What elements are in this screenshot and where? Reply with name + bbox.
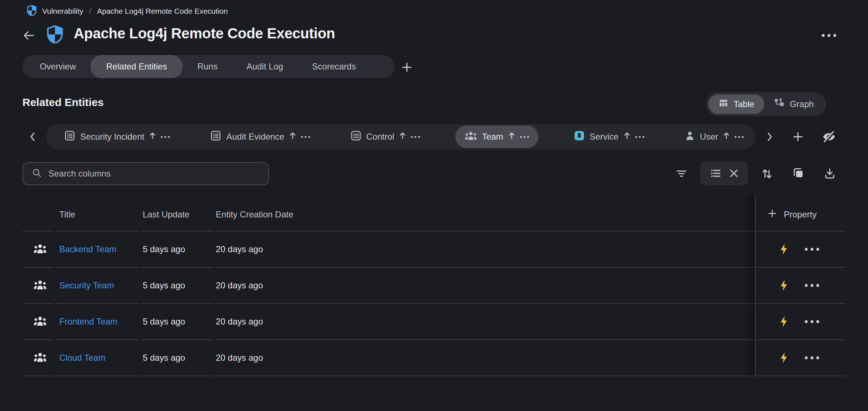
header-last-update[interactable]: Last Update — [141, 198, 214, 232]
creation-date-value: 20 days ago — [216, 304, 754, 340]
clear-group-x-icon[interactable] — [729, 169, 739, 178]
entity-tab-label: Security Incident — [80, 132, 144, 142]
header-title[interactable]: Title — [56, 198, 139, 232]
shield-icon — [47, 25, 63, 45]
breadcrumb-section[interactable]: Vulnerability — [42, 7, 83, 16]
up-arrow-icon[interactable] — [508, 132, 515, 142]
plus-icon — [767, 208, 777, 221]
entity-link[interactable]: Cloud Team — [59, 353, 106, 363]
run-action-lightning-icon[interactable] — [779, 352, 788, 364]
blueprint-icon — [351, 130, 361, 143]
row-icon-cell — [22, 304, 53, 340]
table-header-row: Title Last Update Entity Creation Date P… — [22, 198, 848, 232]
group-by-list-icon[interactable] — [710, 168, 721, 179]
entity-tab-user[interactable]: User — [680, 126, 749, 148]
row-kebab-icon[interactable] — [805, 284, 819, 287]
entity-tab-label: Control — [366, 132, 394, 142]
entity-tab-team[interactable]: Team — [455, 126, 538, 148]
service-icon — [574, 130, 585, 143]
breadcrumb: Vulnerability / Apache Log4j Remote Code… — [27, 5, 228, 17]
team-icon — [33, 280, 47, 291]
add-entity-tab-button[interactable] — [790, 129, 806, 145]
entity-tab-kebab-icon[interactable] — [635, 136, 644, 138]
hide-eye-off-icon[interactable] — [820, 128, 838, 145]
tab-audit-log[interactable]: Audit Log — [232, 55, 297, 78]
shield-icon — [27, 5, 36, 17]
add-tab-button[interactable] — [399, 59, 415, 75]
download-icon[interactable] — [821, 165, 838, 182]
search-columns-box — [22, 162, 269, 185]
table-row[interactable]: Cloud Team 5 days ago 20 days ago — [22, 340, 848, 376]
related-entities-table: Title Last Update Entity Creation Date P… — [22, 198, 848, 376]
team-icon — [33, 352, 47, 364]
search-input[interactable] — [48, 169, 251, 179]
entity-tab-label: Service — [590, 132, 619, 142]
up-arrow-icon[interactable] — [289, 132, 296, 142]
table-row[interactable]: Backend Team 5 days ago 20 days ago — [22, 232, 848, 268]
entity-tab-kebab-icon[interactable] — [161, 136, 170, 138]
entity-link[interactable]: Security Team — [59, 280, 114, 291]
run-action-lightning-icon[interactable] — [779, 280, 788, 291]
table-row[interactable]: Security Team 5 days ago 20 days ago — [22, 268, 848, 304]
header-icon-column — [22, 198, 53, 232]
back-button[interactable] — [21, 28, 37, 43]
team-icon — [33, 316, 47, 327]
entity-tab-kebab-icon[interactable] — [520, 136, 529, 138]
entity-tab-kebab-icon[interactable] — [301, 136, 310, 138]
entity-tabs-next-chevron-icon[interactable] — [763, 129, 776, 145]
entity-link[interactable]: Frontend Team — [59, 317, 117, 327]
row-actions — [756, 340, 846, 376]
sort-icon[interactable] — [758, 165, 775, 182]
entity-tab-kebab-icon[interactable] — [411, 136, 420, 138]
breadcrumb-separator: / — [89, 7, 91, 16]
up-arrow-icon[interactable] — [624, 132, 630, 142]
entity-tab-kebab-icon[interactable] — [735, 136, 744, 138]
add-property-label: Property — [784, 209, 817, 220]
copy-icon[interactable] — [789, 165, 807, 182]
creation-date-value: 20 days ago — [216, 268, 754, 304]
creation-date-value: 20 days ago — [216, 232, 754, 268]
graph-icon — [774, 98, 785, 110]
tab-scorecards[interactable]: Scorecards — [298, 55, 370, 78]
row-kebab-icon[interactable] — [805, 356, 819, 359]
view-toggle-graph-label: Graph — [790, 99, 814, 109]
view-toggle-graph[interactable]: Graph — [764, 94, 824, 114]
team-icon — [33, 243, 47, 255]
row-actions — [756, 304, 846, 340]
entity-tabs-prev-chevron-icon[interactable] — [26, 129, 39, 145]
view-toggle-table-label: Table — [734, 99, 754, 109]
tab-runs[interactable]: Runs — [183, 55, 232, 78]
up-arrow-icon[interactable] — [399, 132, 406, 142]
entity-link[interactable]: Backend Team — [59, 244, 116, 254]
tab-related-entities[interactable]: Related Entities — [90, 55, 183, 78]
row-kebab-icon[interactable] — [805, 248, 819, 251]
page-tabs: Overview Related Entities Runs Audit Log… — [22, 55, 395, 78]
last-update-value: 5 days ago — [141, 268, 214, 304]
tab-overview[interactable]: Overview — [25, 55, 90, 78]
up-arrow-icon[interactable] — [149, 132, 156, 142]
column-divider — [755, 195, 756, 376]
entity-tab-service[interactable]: Service — [569, 126, 649, 148]
header-entity-creation-date[interactable]: Entity Creation Date — [216, 198, 754, 232]
entity-tab-label: Audit Evidence — [226, 132, 284, 142]
blueprint-icon — [64, 130, 75, 143]
last-update-value: 5 days ago — [141, 304, 214, 340]
table-row[interactable]: Frontend Team 5 days ago 20 days ago — [22, 304, 848, 340]
up-arrow-icon[interactable] — [723, 132, 730, 142]
entity-tab-control[interactable]: Control — [345, 126, 425, 148]
run-action-lightning-icon[interactable] — [779, 243, 788, 255]
row-actions — [756, 232, 846, 268]
team-icon — [465, 131, 477, 143]
search-icon — [32, 168, 42, 179]
pinned-column-shadow — [744, 195, 755, 376]
page: Vulnerability / Apache Log4j Remote Code… — [0, 0, 868, 411]
entity-tab-label: User — [700, 132, 718, 142]
view-toggle-table[interactable]: Table — [708, 94, 764, 114]
page-menu-kebab-icon[interactable] — [819, 29, 839, 42]
row-kebab-icon[interactable] — [805, 320, 819, 323]
add-property-button[interactable]: Property — [756, 198, 846, 232]
run-action-lightning-icon[interactable] — [779, 316, 788, 327]
entity-tab-security-incident[interactable]: Security Incident — [59, 126, 175, 148]
entity-tab-audit-evidence[interactable]: Audit Evidence — [205, 126, 315, 148]
filter-icon[interactable] — [673, 165, 690, 182]
